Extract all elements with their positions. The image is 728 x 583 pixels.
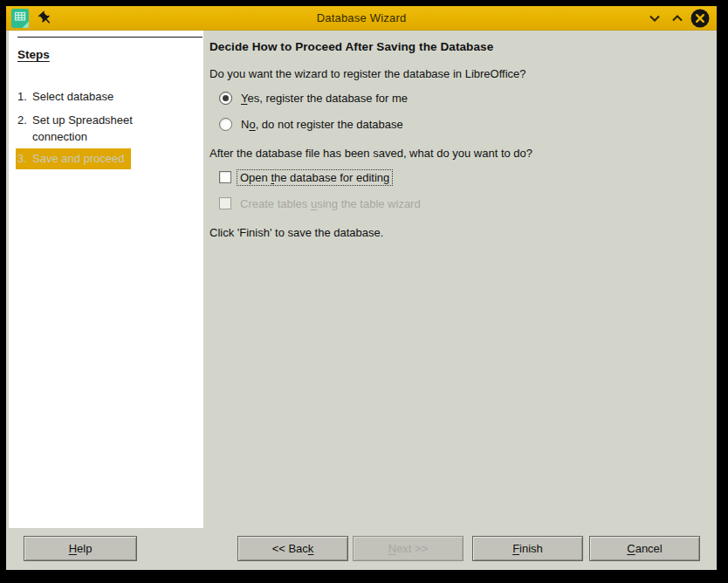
radio-register-yes[interactable]: Yes, register the database for me	[219, 89, 408, 106]
steps-divider	[17, 37, 203, 38]
back-button[interactable]: << Back	[237, 536, 348, 561]
checkbox-open-database[interactable]: Open the database for editing	[219, 168, 392, 186]
step-item-select-database[interactable]: 1. Select database	[17, 88, 113, 105]
radio-register-no[interactable]: No, do not register the database	[219, 115, 403, 133]
close-icon[interactable]	[690, 9, 710, 28]
radio-button-unselected[interactable]	[219, 118, 232, 131]
wizard-page-content: Decide How to Proceed After Saving the D…	[203, 31, 717, 528]
next-button-disabled: Next >>	[353, 536, 464, 561]
page-title: Decide How to Proceed After Saving the D…	[209, 40, 493, 53]
checkbox-create-tables-label: Create tables using the table wizard	[240, 197, 421, 210]
radio-register-no-label: No, do not register the database	[241, 118, 403, 131]
radio-button-selected[interactable]	[219, 92, 232, 105]
database-wizard-window: Database Wizard Steps 1. Select database	[6, 6, 717, 570]
checkbox-open-database-label: Open the database for editing	[237, 170, 392, 185]
register-question: Do you want the wizard to register the d…	[209, 67, 526, 80]
step-item-spreadsheet-connection[interactable]: 2. Set up Spreadsheet connection	[17, 112, 163, 145]
checkbox-create-tables: Create tables using the table wizard	[219, 195, 421, 212]
chevron-up-icon[interactable]	[668, 9, 687, 28]
checkbox-unchecked[interactable]	[219, 171, 231, 183]
screen-background: Database Wizard Steps 1. Select database	[0, 0, 728, 583]
steps-heading: Steps	[17, 48, 50, 61]
finish-button[interactable]: Finish	[472, 536, 583, 561]
help-button[interactable]: Help	[24, 536, 137, 561]
chevron-down-icon[interactable]	[645, 9, 664, 28]
titlebar[interactable]: Database Wizard	[6, 6, 717, 31]
window-title: Database Wizard	[6, 6, 717, 31]
after-save-question: After the database file has been saved, …	[209, 147, 532, 160]
finish-note: Click 'Finish' to save the database.	[209, 226, 383, 239]
cancel-button[interactable]: Cancel	[589, 536, 700, 561]
checkbox-unchecked-disabled	[219, 197, 231, 209]
step-item-save-and-proceed[interactable]: 3. Save and proceed	[16, 148, 131, 169]
radio-register-yes-label: Yes, register the database for me	[241, 92, 408, 105]
steps-pane: Steps 1. Select database 2. Set up Sprea…	[9, 31, 203, 528]
